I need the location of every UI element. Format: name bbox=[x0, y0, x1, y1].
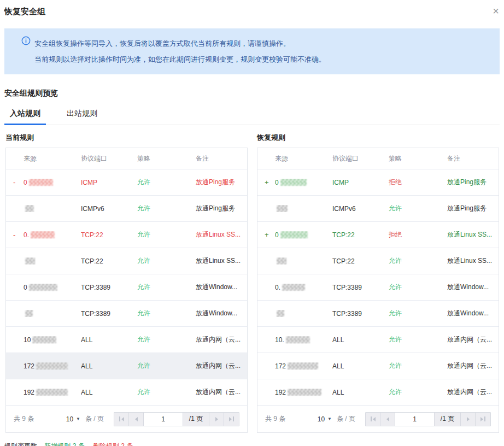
remark-cell: 放通内网（云... bbox=[447, 335, 499, 344]
chevron-down-icon: ▼ bbox=[76, 416, 80, 421]
policy-cell: 允许 bbox=[137, 283, 196, 292]
remark-cell: 放通Linux SS... bbox=[447, 230, 499, 239]
remark-cell: 放通Linux SS... bbox=[196, 256, 247, 266]
last-page-button[interactable] bbox=[476, 413, 490, 426]
page-unit: 条 / 页 bbox=[85, 414, 104, 424]
notice-line-1: 安全组恢复操作等同导入，恢复后将以覆盖方式取代当前所有规则，请谨慎操作。 bbox=[34, 36, 491, 51]
row-sign: - bbox=[6, 178, 24, 186]
table-title: 恢复规则 bbox=[257, 133, 499, 143]
policy-cell: 允许 bbox=[137, 335, 196, 344]
source-cell: 192 bbox=[275, 389, 332, 396]
protocol-cell: ICMP bbox=[332, 179, 389, 186]
deleted-rules-count: 删除规则 2 条 bbox=[93, 442, 133, 446]
added-rules-count: 新增规则 2 条 bbox=[44, 442, 84, 446]
column-header-protocol: 协议端口 bbox=[81, 154, 137, 163]
policy-cell: 允许 bbox=[389, 256, 447, 266]
table-row: 10 ALL 允许 放通内网（云... bbox=[6, 327, 247, 353]
column-header-policy: 策略 bbox=[389, 154, 447, 163]
page-size-select[interactable]: 10▼ bbox=[318, 415, 332, 423]
protocol-cell: ALL bbox=[81, 336, 137, 344]
source-cell bbox=[24, 310, 81, 317]
table-row: TCP:3389 允许 放通Window... bbox=[257, 301, 499, 327]
first-page-icon bbox=[119, 416, 120, 421]
source-cell bbox=[275, 310, 332, 317]
source-cell: 0 bbox=[24, 179, 81, 186]
remark-cell: 放通内网（云... bbox=[447, 361, 499, 371]
page-total: /1 页 bbox=[435, 413, 461, 426]
table-row: + 0 ICMP 拒绝 放通Ping服务 bbox=[257, 169, 499, 196]
page-input[interactable] bbox=[144, 413, 183, 426]
policy-cell: 允许 bbox=[137, 204, 196, 213]
protocol-cell: ALL bbox=[332, 362, 389, 370]
table-row: TCP:3389 允许 放通Window... bbox=[6, 301, 247, 327]
remark-cell: 放通Linux SS... bbox=[196, 230, 247, 239]
last-page-icon bbox=[229, 417, 232, 421]
first-page-button[interactable] bbox=[366, 413, 380, 426]
next-page-button[interactable] bbox=[461, 413, 476, 426]
page-input[interactable] bbox=[395, 413, 435, 426]
current-rules-table: 当前规则 来源 协议端口 策略 备注 - 0 ICMP 允许 放通Ping服务 bbox=[5, 133, 248, 433]
source-cell bbox=[275, 257, 332, 265]
policy-cell: 允许 bbox=[389, 283, 447, 292]
protocol-cell: ALL bbox=[332, 389, 389, 396]
next-page-icon bbox=[215, 417, 218, 421]
table-row: - 0 ICMP 允许 放通Ping服务 bbox=[6, 169, 247, 196]
remark-cell: 放通Window... bbox=[447, 309, 499, 318]
pagination: 共 9 条 10▼ 条 / 页 /1 页 bbox=[6, 406, 247, 432]
next-page-button[interactable] bbox=[209, 413, 224, 426]
protocol-cell: TCP:22 bbox=[332, 231, 389, 239]
page-total: /1 页 bbox=[183, 413, 209, 426]
close-icon[interactable]: × bbox=[493, 7, 499, 15]
dialog-title: 恢复安全组 bbox=[4, 7, 45, 17]
last-page-button[interactable] bbox=[224, 413, 239, 426]
table-row: - 0. TCP:22 允许 放通Linux SS... bbox=[6, 222, 247, 248]
policy-cell: 拒绝 bbox=[389, 230, 447, 239]
protocol-cell: TCP:3389 bbox=[81, 310, 137, 318]
info-icon bbox=[21, 36, 31, 48]
table-row-highlighted: 172 ALL 允许 放通内网（云... bbox=[6, 353, 247, 379]
tab-inbound-rules[interactable]: 入站规则 bbox=[4, 109, 46, 125]
total-count: 共 9 条 bbox=[265, 414, 285, 424]
redacted-source bbox=[277, 205, 288, 212]
policy-cell: 允许 bbox=[137, 361, 196, 371]
info-banner: 安全组恢复操作等同导入，恢复后将以覆盖方式取代当前所有规则，请谨慎操作。 当前规… bbox=[4, 28, 500, 74]
table-header: 来源 协议端口 策略 备注 bbox=[6, 148, 247, 169]
redacted-source bbox=[288, 362, 318, 369]
redacted-source bbox=[36, 389, 68, 396]
tab-outbound-rules[interactable]: 出站规则 bbox=[61, 109, 103, 125]
redacted-source bbox=[25, 310, 33, 317]
remark-cell: 放通Window... bbox=[447, 283, 499, 292]
redacted-source bbox=[31, 231, 55, 238]
prev-page-button[interactable] bbox=[380, 413, 395, 426]
restore-security-group-dialog: 恢复安全组 × 安全组恢复操作等同导入，恢复后将以覆盖方式取代当前所有规则，请谨… bbox=[0, 0, 504, 446]
prev-page-button[interactable] bbox=[129, 413, 144, 426]
policy-cell: 允许 bbox=[389, 388, 447, 397]
dialog-header: 恢复安全组 × bbox=[0, 0, 504, 17]
remark-cell: 放通Window... bbox=[196, 283, 247, 292]
table-row: 192 ALL 允许 放通内网（云... bbox=[257, 379, 499, 406]
first-page-button[interactable] bbox=[114, 413, 129, 426]
column-header-policy: 策略 bbox=[137, 154, 196, 163]
remark-cell: 放通Ping服务 bbox=[196, 178, 247, 187]
redacted-source bbox=[288, 389, 321, 396]
table-row: 192 ALL 允许 放通内网（云... bbox=[6, 379, 247, 406]
section-title: 安全组规则预览 bbox=[4, 89, 504, 98]
protocol-cell: ALL bbox=[332, 336, 389, 344]
source-cell bbox=[275, 205, 332, 212]
protocol-cell: TCP:22 bbox=[332, 257, 389, 265]
remark-cell: 放通内网（云... bbox=[196, 335, 247, 344]
column-header-remark: 备注 bbox=[196, 154, 247, 163]
page-unit: 条 / 页 bbox=[337, 414, 355, 424]
protocol-cell: ICMP bbox=[81, 179, 137, 186]
protocol-cell: ALL bbox=[81, 389, 137, 396]
page-size-select[interactable]: 10▼ bbox=[66, 415, 80, 423]
protocol-cell: TCP:3389 bbox=[332, 284, 389, 291]
policy-cell: 允许 bbox=[389, 361, 447, 371]
column-header-source: 来源 bbox=[275, 154, 332, 163]
redacted-source bbox=[286, 336, 310, 343]
policy-cell: 允许 bbox=[137, 309, 196, 318]
protocol-cell: ICMPv6 bbox=[332, 205, 389, 213]
redacted-source bbox=[25, 257, 35, 265]
table-header: 来源 协议端口 策略 备注 bbox=[257, 148, 499, 169]
redacted-source bbox=[280, 231, 308, 238]
